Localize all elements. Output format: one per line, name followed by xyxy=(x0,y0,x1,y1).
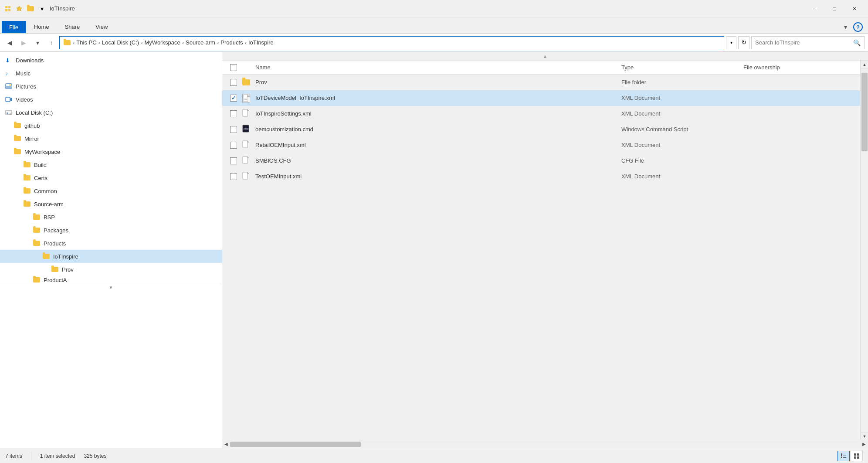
check-iotdevicemodel[interactable]: ✓ xyxy=(226,95,241,102)
check-iotinspiresettings[interactable] xyxy=(226,110,241,117)
file-row-prov[interactable]: Prov File folder xyxy=(222,75,860,90)
check-smbios[interactable] xyxy=(226,157,241,164)
svg-rect-8 xyxy=(6,86,12,89)
tab-share[interactable]: Share xyxy=(58,20,88,33)
file-row-retailoeminput[interactable]: RetailOEMInput.xml XML Document xyxy=(222,137,860,153)
checkbox-iotinspiresettings[interactable] xyxy=(230,110,237,117)
check-prov[interactable] xyxy=(226,79,241,86)
checkbox-smbios[interactable] xyxy=(230,157,237,164)
checkbox-testoeminput[interactable] xyxy=(230,173,237,180)
file-row-iotdevicemodel[interactable]: ✓ XML xyxy=(222,90,860,106)
download-icon: ⬇ xyxy=(3,55,14,65)
h-scroll-left-button[interactable]: ◀ xyxy=(222,440,230,448)
tab-file[interactable]: File xyxy=(2,21,26,33)
close-button[interactable]: ✕ xyxy=(844,2,865,16)
sidebar-label-mirror: Mirror xyxy=(24,136,39,142)
sidebar-item-myworkspace[interactable]: MyWorkspace xyxy=(0,145,222,158)
file-row-testoeminput[interactable]: TestOEMInput.xml XML Document xyxy=(222,169,860,184)
check-oemcustomization[interactable] xyxy=(226,126,241,133)
sidebar-item-products[interactable]: Products xyxy=(0,237,222,250)
header-type[interactable]: Type xyxy=(621,64,743,71)
type-smbios: CFG File xyxy=(621,157,743,164)
icon-iotinspiresettings xyxy=(241,109,254,118)
sidebar-label-myworkspace: MyWorkspace xyxy=(24,149,60,155)
breadcrumb-local-disk[interactable]: Local Disk (C:) xyxy=(102,39,139,46)
sidebar-item-certs[interactable]: Certs xyxy=(0,171,222,184)
breadcrumb[interactable]: › This PC › Local Disk (C:) › MyWorkspac… xyxy=(59,36,724,49)
svg-rect-41 xyxy=(841,457,842,458)
breadcrumb-products[interactable]: Products xyxy=(220,39,243,46)
status-separator-1 xyxy=(31,452,31,460)
h-scroll-thumb[interactable] xyxy=(230,442,361,447)
sidebar-scroll-down[interactable]: ▼ xyxy=(0,284,222,291)
breadcrumb-this-pc[interactable]: This PC xyxy=(76,39,96,46)
maximize-button[interactable]: □ xyxy=(824,2,844,16)
sidebar-item-downloads[interactable]: ⬇ Downloads xyxy=(0,54,222,67)
breadcrumb-iotinspire[interactable]: IoTInspire xyxy=(248,39,274,46)
file-row-oemcustomization[interactable]: CMD oemcustomization.cmd Windows Command… xyxy=(222,122,860,137)
h-scroll-track[interactable] xyxy=(230,440,860,448)
minimize-button[interactable]: ─ xyxy=(804,2,824,16)
scroll-thumb[interactable] xyxy=(861,73,868,151)
tab-view[interactable]: View xyxy=(88,20,115,33)
sidebar-item-music[interactable]: ♪ Music xyxy=(0,67,222,80)
sidebar-item-github[interactable]: github xyxy=(0,119,222,132)
sidebar-item-prov[interactable]: Prov xyxy=(0,263,222,276)
dropdown-icon[interactable]: ▾ xyxy=(37,4,46,13)
sidebar-item-common[interactable]: Common xyxy=(0,184,222,197)
vertical-scrollbar[interactable]: ▲ ▼ xyxy=(860,61,868,440)
breadcrumb-sep-4: › xyxy=(217,39,219,46)
scroll-up-button[interactable]: ▲ xyxy=(861,61,868,68)
search-input[interactable] xyxy=(755,39,853,46)
forward-button[interactable]: ▶ xyxy=(17,37,30,49)
help-button[interactable]: ? xyxy=(853,22,863,32)
header-check[interactable] xyxy=(226,64,241,71)
type-retailoeminput: XML Document xyxy=(621,142,743,148)
file-row-smbios[interactable]: SMBIOS.CFG CFG File xyxy=(222,153,860,169)
large-icons-view-button[interactable] xyxy=(851,451,863,461)
sidebar-item-packages[interactable]: Packages xyxy=(0,224,222,237)
ribbon-tabs: File Home Share View ▾ ? xyxy=(0,17,868,33)
scroll-down-button[interactable]: ▼ xyxy=(861,432,868,440)
checkbox-oemcustomization[interactable] xyxy=(230,126,237,133)
checkbox-iotdevicemodel[interactable]: ✓ xyxy=(230,95,237,102)
check-retailoeminput[interactable] xyxy=(226,142,241,149)
sidebar-item-source-arm[interactable]: Source-arm xyxy=(0,197,222,211)
sidebar-item-iotinspire[interactable]: IoTInspire xyxy=(0,250,222,263)
sidebar-item-local-disk[interactable]: Local Disk (C:) xyxy=(0,106,222,119)
header-name[interactable]: Name xyxy=(254,64,621,71)
scroll-track[interactable] xyxy=(861,68,868,432)
select-all-checkbox[interactable] xyxy=(230,64,237,71)
horizontal-scrollbar[interactable]: ◀ ▶ xyxy=(222,440,868,448)
sidebar-item-producta[interactable]: ProductA xyxy=(0,276,222,284)
svg-rect-33 xyxy=(243,172,248,179)
svg-rect-10 xyxy=(6,97,10,102)
ribbon-dropdown-button[interactable]: ▾ xyxy=(839,21,851,33)
up-button[interactable]: ↑ xyxy=(45,37,58,49)
checkbox-prov[interactable] xyxy=(230,79,237,86)
check-testoeminput[interactable] xyxy=(226,173,241,180)
folder-icon-iotinspire xyxy=(41,251,51,262)
sidebar-item-pictures[interactable]: Pictures xyxy=(0,80,222,93)
scroll-up-bar[interactable]: ▲ xyxy=(222,52,868,61)
icon-smbios xyxy=(241,156,254,165)
details-view-button[interactable] xyxy=(837,451,850,461)
dropdown-nav-button[interactable]: ▾ xyxy=(31,37,44,49)
back-button[interactable]: ◀ xyxy=(3,37,16,49)
breadcrumb-myworkspace[interactable]: MyWorkspace xyxy=(145,39,180,46)
file-row-iotinspiresettings[interactable]: IoTInspireSettings.xml XML Document xyxy=(222,106,860,122)
svg-rect-43 xyxy=(854,453,856,456)
sidebar-item-mirror[interactable]: Mirror xyxy=(0,132,222,145)
breadcrumb-source-arm[interactable]: Source-arm xyxy=(186,39,215,46)
checkbox-retailoeminput[interactable] xyxy=(230,142,237,149)
address-dropdown-button[interactable]: ▾ xyxy=(726,36,736,49)
file-list-header: Name Type File ownership xyxy=(222,61,860,75)
tab-home[interactable]: Home xyxy=(27,20,57,33)
h-scroll-right-button[interactable]: ▶ xyxy=(860,440,868,448)
sidebar-item-bsp[interactable]: BSP xyxy=(0,211,222,224)
sidebar-item-build[interactable]: Build xyxy=(0,158,222,171)
sidebar-item-videos[interactable]: Videos xyxy=(0,93,222,106)
icon-testoeminput xyxy=(241,172,254,181)
search-icon[interactable]: 🔍 xyxy=(853,39,861,46)
address-refresh-button[interactable]: ↻ xyxy=(738,36,749,49)
